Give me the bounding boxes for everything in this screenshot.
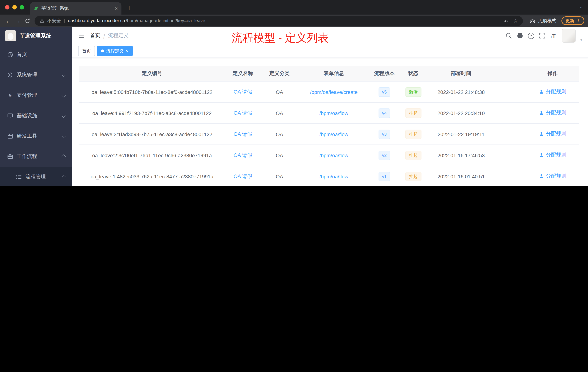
font-small-glyph: T bbox=[550, 35, 552, 39]
col-definition-name: 定义名称 bbox=[225, 66, 261, 81]
col-filler bbox=[495, 66, 526, 81]
sidebar-item-devtools[interactable]: 研发工具 bbox=[0, 126, 72, 146]
col-form-info: 表单信息 bbox=[298, 66, 369, 81]
cell-definition-id: oa_leave:1:482ec033-762a-11ec-8477-a2380… bbox=[79, 166, 225, 186]
avatar-caret-icon[interactable]: ▾ bbox=[580, 38, 582, 42]
tab-favicon-leaf-icon bbox=[33, 6, 39, 11]
assign-rule-link[interactable]: 分配规则 bbox=[539, 88, 566, 95]
chevron-down-icon bbox=[62, 134, 66, 138]
person-icon bbox=[539, 174, 544, 179]
table-row: oa_leave:1:482ec033-762a-11ec-8477-a2380… bbox=[79, 166, 579, 186]
reload-button[interactable] bbox=[25, 18, 30, 23]
assign-rule-link[interactable]: 分配规则 bbox=[539, 152, 566, 158]
tab-search-icon[interactable]: ⌄ bbox=[580, 5, 583, 10]
app-root: 芋道管理系统 首页 系统管理 ¥ 支付管理 bbox=[0, 27, 588, 186]
col-definition-id: 定义编号 bbox=[79, 66, 225, 81]
close-window-button[interactable] bbox=[5, 5, 10, 10]
cell-definition-id: oa_leave:3:1fad3d93-7b75-11ec-a3c8-acde4… bbox=[79, 124, 225, 145]
sidebar-item-workflow[interactable]: 工作流程 bbox=[0, 146, 72, 167]
table-row: oa_leave:5:004b710b-7b8a-11ec-8ef0-acde4… bbox=[79, 81, 579, 102]
definition-name-link[interactable]: OA 请假 bbox=[234, 110, 252, 116]
cell-filler bbox=[495, 102, 526, 124]
tag-close-icon[interactable]: × bbox=[126, 48, 128, 54]
assign-rule-label: 分配规则 bbox=[546, 131, 566, 137]
cell-definition-id: oa_leave:4:991f2193-7b7f-11ec-a3c8-acde4… bbox=[79, 102, 225, 124]
definition-name-link[interactable]: OA 请假 bbox=[234, 131, 252, 137]
sidebar-item-process-management[interactable]: 流程管理 bbox=[0, 167, 72, 186]
definition-name-link[interactable]: OA 请假 bbox=[234, 173, 252, 179]
sidebar-item-system[interactable]: 系统管理 bbox=[0, 65, 72, 85]
assign-rule-label: 分配规则 bbox=[546, 109, 566, 116]
assign-rule-link[interactable]: 分配规则 bbox=[539, 131, 566, 137]
url-path: /bpm/manager/definition?key=oa_leave bbox=[126, 18, 205, 23]
chevron-up-icon bbox=[62, 175, 66, 179]
browser-menu-icon[interactable]: ⋮ bbox=[576, 18, 580, 23]
assign-rule-link[interactable]: 分配规则 bbox=[539, 173, 566, 179]
table-row: oa_leave:3:1fad3d93-7b75-11ec-a3c8-acde4… bbox=[79, 124, 579, 145]
person-icon bbox=[539, 89, 544, 94]
form-link[interactable]: /bpm/oa/flow bbox=[319, 174, 348, 179]
form-link[interactable]: /bpm/oa/flow bbox=[319, 131, 348, 137]
cell-deploy-time: 2022-01-16 01:40:51 bbox=[427, 166, 495, 186]
sidebar-item-label: 首页 bbox=[17, 51, 27, 58]
user-avatar[interactable] bbox=[562, 29, 576, 43]
form-link[interactable]: /bpm/oa/flow bbox=[319, 110, 348, 116]
update-label: 更新 bbox=[566, 18, 574, 24]
chevron-down-icon bbox=[62, 114, 66, 118]
search-icon[interactable] bbox=[505, 33, 512, 39]
header-actions: ? TT ▾ bbox=[505, 29, 582, 43]
cell-filler bbox=[495, 81, 526, 102]
cell-filler bbox=[495, 145, 526, 166]
back-button[interactable]: ← bbox=[4, 18, 13, 24]
sidebar-item-label: 系统管理 bbox=[17, 72, 37, 78]
definition-name-link[interactable]: OA 请假 bbox=[234, 152, 252, 158]
incognito-badge[interactable]: 无痕模式 bbox=[526, 18, 560, 24]
assign-rule-link[interactable]: 分配规则 bbox=[539, 109, 566, 116]
status-badge: 挂起 bbox=[405, 151, 421, 160]
monitor-icon bbox=[7, 113, 13, 119]
tab-close-icon[interactable]: × bbox=[115, 5, 118, 11]
cell-category: OA bbox=[261, 81, 298, 102]
chrome-update-button[interactable]: 更新 ⋮ bbox=[561, 16, 584, 25]
cell-category: OA bbox=[261, 102, 298, 124]
form-link[interactable]: /bpm/oa/leave/create bbox=[310, 89, 358, 95]
new-tab-button[interactable]: + bbox=[127, 4, 131, 12]
fullscreen-icon[interactable] bbox=[539, 33, 545, 39]
forward-button[interactable]: → bbox=[13, 18, 22, 24]
url-bar[interactable]: 不安全 | dashboard.yudao.iocoder.cn /bpm/ma… bbox=[34, 16, 523, 26]
bookmark-star-icon[interactable]: ☆ bbox=[513, 18, 518, 24]
form-link[interactable]: /bpm/oa/flow bbox=[319, 152, 348, 158]
sidebar-item-label: 研发工具 bbox=[17, 133, 37, 139]
breadcrumb-separator: | bbox=[103, 33, 106, 39]
tag-home[interactable]: 首页 bbox=[78, 46, 95, 56]
minimize-window-button[interactable] bbox=[12, 5, 17, 10]
dashboard-icon bbox=[7, 52, 13, 57]
tab-strip: 芋道管理系统 × + ⌄ bbox=[0, 0, 588, 15]
breadcrumb-home[interactable]: 首页 bbox=[90, 33, 100, 39]
tag-process-definition[interactable]: 流程定义 × bbox=[97, 46, 133, 56]
sidebar-item-infrastructure[interactable]: 基础设施 bbox=[0, 106, 72, 126]
list-icon bbox=[16, 174, 22, 180]
sidebar-item-home[interactable]: 首页 bbox=[0, 44, 72, 65]
cell-filler bbox=[495, 124, 526, 145]
col-process-version: 流程版本 bbox=[369, 66, 399, 81]
app-logo: 芋道管理系统 bbox=[0, 27, 72, 44]
cell-deploy-time: 2022-01-22 20:34:10 bbox=[427, 102, 495, 124]
chevron-down-icon bbox=[62, 73, 66, 77]
breadcrumb-current: 流程定义 bbox=[108, 33, 128, 39]
password-key-icon[interactable] bbox=[504, 18, 509, 23]
tag-label: 首页 bbox=[82, 48, 91, 54]
sidebar-item-payment[interactable]: ¥ 支付管理 bbox=[0, 85, 72, 106]
main-area: 首页 | 流程定义 流程模型 - 定义列表 ? bbox=[72, 27, 588, 186]
browser-tab[interactable]: 芋道管理系统 × bbox=[30, 2, 121, 15]
cell-deploy-time: 2022-01-16 17:46:53 bbox=[427, 145, 495, 166]
assign-rule-label: 分配规则 bbox=[546, 152, 566, 158]
hamburger-icon[interactable] bbox=[78, 33, 84, 39]
github-icon[interactable] bbox=[516, 33, 523, 39]
col-definition-category: 定义分类 bbox=[261, 66, 298, 81]
definition-name-link[interactable]: OA 请假 bbox=[234, 89, 252, 94]
table-row: oa_leave:2:3c1f0ef1-76b1-11ec-9c66-a2380… bbox=[79, 145, 579, 166]
font-size-icon[interactable]: TT bbox=[550, 33, 556, 39]
zoom-window-button[interactable] bbox=[20, 5, 24, 10]
help-icon[interactable]: ? bbox=[528, 33, 534, 39]
